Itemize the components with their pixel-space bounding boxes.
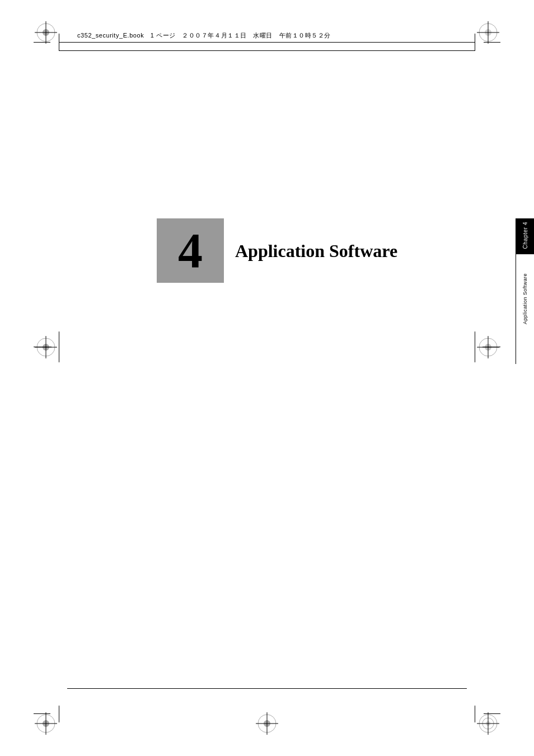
header-line-bottom bbox=[59, 50, 475, 51]
header-line-top bbox=[59, 42, 475, 43]
sidebar-app-label-container: Application Software bbox=[516, 269, 534, 329]
crop-mark-right-bottom-v bbox=[475, 706, 475, 722]
reg-mark-right-mid bbox=[477, 336, 499, 358]
right-mid-h-line bbox=[483, 347, 500, 347]
reg-mark-bottom-right bbox=[477, 712, 499, 735]
sidebar-chapter-tab: Chapter 4 bbox=[516, 218, 534, 254]
reg-mark-left-mid bbox=[35, 336, 57, 358]
header-metadata: c352_security_E.book 1 ページ ２００７年４月１１日 水曜… bbox=[73, 31, 331, 40]
chapter-title: Application Software bbox=[235, 241, 397, 262]
reg-mark-top-right bbox=[477, 21, 499, 44]
reg-mark-bottom-left bbox=[35, 712, 57, 735]
left-mid-h-line bbox=[34, 347, 51, 347]
right-mid-v-line bbox=[475, 332, 475, 362]
chapter-number: 4 bbox=[178, 226, 203, 276]
reg-mark-bottom-center bbox=[256, 712, 278, 735]
sidebar-chapter-label: Chapter 4 bbox=[522, 222, 528, 249]
left-mid-v-line bbox=[59, 332, 59, 362]
sidebar-app-text: Application Software bbox=[522, 273, 528, 324]
bottom-line bbox=[67, 688, 467, 689]
page: c352_security_E.book 1 ページ ２００７年４月１１日 水曜… bbox=[0, 0, 534, 756]
chapter-number-block: 4 bbox=[157, 218, 224, 283]
crop-mark-left-bottom-v bbox=[59, 706, 59, 722]
reg-mark-top-left bbox=[35, 21, 57, 44]
